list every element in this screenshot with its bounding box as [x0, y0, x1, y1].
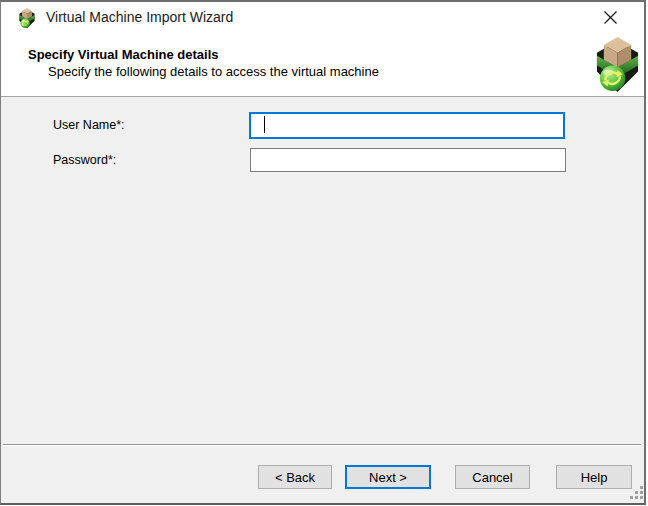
footer-separator [3, 444, 641, 445]
text-caret [264, 116, 265, 133]
next-button[interactable]: Next > [345, 465, 431, 489]
page-title: Specify Virtual Machine details [28, 47, 219, 62]
title-bar: Virtual Machine Import Wizard [1, 2, 644, 32]
vm-import-logo-icon [594, 37, 641, 94]
page-subtitle: Specify the following details to access … [48, 64, 379, 79]
resize-grip-icon [629, 485, 644, 500]
close-button[interactable] [597, 5, 623, 29]
back-button[interactable]: < Back [258, 465, 332, 489]
user-name-input[interactable] [249, 112, 565, 139]
password-input[interactable] [250, 148, 566, 172]
user-name-label: User Name*: [53, 118, 125, 132]
close-icon [603, 10, 618, 25]
app-logo-icon [18, 8, 36, 29]
cancel-button[interactable]: Cancel [455, 465, 530, 489]
window-title: Virtual Machine Import Wizard [46, 8, 233, 26]
dialog-body: User Name*: Password*: < Back Next > Can… [1, 97, 644, 503]
resize-grip[interactable] [629, 485, 644, 500]
wizard-header: Specify Virtual Machine details Specify … [1, 32, 644, 96]
password-label: Password*: [53, 153, 116, 167]
vm-import-wizard-dialog: Virtual Machine Import Wizard Specify Vi… [0, 0, 646, 505]
help-button[interactable]: Help [556, 465, 632, 489]
